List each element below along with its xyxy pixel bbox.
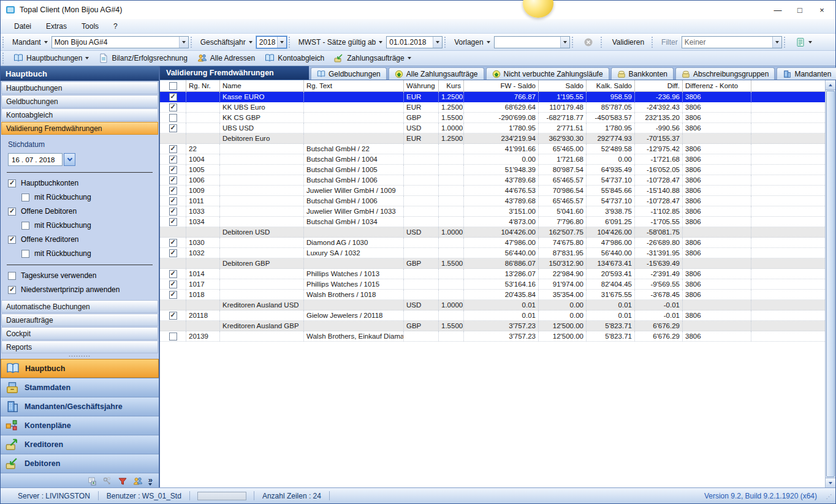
clear-vorlagen-button[interactable]: [578, 36, 599, 49]
table-row[interactable]: Debitoren USDUSD1.0000..104'426.00162'50…: [160, 227, 825, 238]
checkbox[interactable]: [8, 272, 16, 280]
table-row[interactable]: 1032Luxury SA / 103256'440.0087'831.9556…: [160, 248, 825, 258]
table-row[interactable]: 20139Walsh Brothers, Einkauf Diamant3'75…: [160, 331, 825, 342]
table-row[interactable]: 1004Butschal GmbH / 10040.001'721.680.00…: [160, 154, 825, 165]
sidebar-item-hauptbuchungen[interactable]: Hauptbuchungen: [1, 81, 158, 94]
menu-item-datei[interactable]: Datei: [7, 22, 39, 31]
tab-nicht-verbuchte-zahlungsläufe[interactable]: Nicht verbuchte Zahlungsläufe: [486, 67, 609, 80]
combo-dropdown-button[interactable]: [179, 37, 188, 48]
report-button[interactable]: [790, 36, 818, 49]
table-row[interactable]: KK UBS EuroEUR1.2500..68'629.64110'179.4…: [160, 102, 825, 113]
tab-geldbuchungen[interactable]: Geldbuchungen: [311, 67, 387, 80]
datepicker-dropdown-button[interactable]: [64, 153, 75, 166]
checkbox[interactable]: [21, 194, 29, 201]
column-header-kurs[interactable]: Kurs: [439, 80, 464, 91]
column-header-saldo[interactable]: Saldo: [539, 80, 587, 91]
nav-button-debitoren[interactable]: Debitoren: [1, 454, 159, 473]
nav-button-mandanten-geschäftsjahre[interactable]: Mandanten/Geschäftsjahre: [1, 397, 159, 416]
menu-item-tools[interactable]: Tools: [74, 22, 106, 31]
more-buttons-chevron[interactable]: »: [148, 478, 153, 486]
stichdatum-datepicker[interactable]: 16 . 07 . 2018: [8, 153, 75, 166]
vertical-scrollbar[interactable]: [825, 80, 835, 487]
validieren-button[interactable]: Validieren: [607, 36, 650, 49]
tab-mandanten[interactable]: Mandanten: [777, 67, 836, 80]
nav-button-hauptbuch[interactable]: Hauptbuch: [1, 359, 159, 378]
tab-validierung-fremdwaehrungen[interactable]: Validierung Fremdwährungen: [160, 66, 309, 80]
row-checkbox[interactable]: [169, 156, 177, 164]
row-checkbox[interactable]: [169, 114, 177, 122]
row-checkbox[interactable]: [169, 124, 177, 132]
sidebar-item-kontoabgleich[interactable]: Kontoabgleich: [1, 108, 158, 121]
filter-funnel-icon[interactable]: [118, 476, 127, 486]
checkbox[interactable]: [21, 222, 29, 230]
table-row[interactable]: UBS USDUSD1.0000..1'780.952'771.511'780.…: [160, 123, 825, 134]
column-header-rg-nr[interactable]: Rg. Nr.: [186, 80, 220, 91]
combo-dropdown-button[interactable]: [560, 37, 569, 48]
table-row[interactable]: 1034Butschal GmbH / 10344'873.007'796.80…: [160, 217, 825, 227]
maximize-button[interactable]: □: [789, 2, 811, 17]
row-checkbox[interactable]: [169, 166, 177, 174]
column-header-fw-saldo[interactable]: FW - Saldo: [464, 80, 539, 91]
row-checkbox[interactable]: [169, 176, 177, 184]
column-header-rg-text[interactable]: Rg. Text: [304, 80, 404, 91]
checkbox-row-tageskurse-verwenden[interactable]: Tageskurse verwenden: [8, 271, 159, 280]
row-checkbox[interactable]: [169, 280, 177, 288]
table-row[interactable]: 1018Walsh Brothers / 101820'435.8435'354…: [160, 290, 825, 300]
sidebar-item-automatische-buchungen[interactable]: Automatische Buchungen: [1, 300, 158, 313]
checkbox[interactable]: [8, 236, 16, 244]
column-header-name[interactable]: Name: [220, 80, 304, 91]
table-row[interactable]: Kreditoren Ausland USDUSD1.0000..0.010.0…: [160, 300, 825, 310]
checkbox-row-mit-rückbuchung[interactable]: mit Rückbuchung: [21, 193, 159, 201]
scroll-down-button[interactable]: [826, 478, 835, 487]
sidebar-item-cockpit[interactable]: Cockpit: [1, 327, 158, 340]
table-row[interactable]: 22Butschal GmbH / 2241'991.6665'465.0052…: [160, 144, 825, 154]
export-icon[interactable]: [87, 476, 97, 486]
row-checkbox[interactable]: [169, 333, 177, 340]
close-button[interactable]: ×: [811, 2, 833, 17]
row-checkbox[interactable]: [169, 239, 177, 247]
table-row[interactable]: Kreditoren Ausland GBPGBP1.5500..3'757.2…: [160, 321, 825, 331]
row-checkbox[interactable]: [169, 145, 177, 153]
row-checkbox[interactable]: [169, 249, 177, 257]
checkbox[interactable]: [8, 286, 16, 294]
table-row[interactable]: 1014Phillips Watches / 101313'286.0722'9…: [160, 269, 825, 279]
column-header-differenz-konto[interactable]: Differenz - Konto: [683, 80, 751, 91]
toolbar-button-hauptbuchungen[interactable]: Hauptbuchungen: [9, 51, 94, 66]
table-row[interactable]: KK CS GBPGBP1.5500..-290'699.08-682'718.…: [160, 113, 825, 123]
checkbox-row-offene-kreditoren[interactable]: Offene Kreditoren: [8, 235, 159, 244]
column-header-diff[interactable]: Diff.: [635, 80, 683, 91]
toolbar-button-zahlungsaufträge[interactable]: Zahlungsaufträge: [329, 51, 416, 66]
sidebar-item-validierung-fremdwaehrungen[interactable]: Validierung Fremdwährungen: [1, 122, 158, 135]
vorlagen-dropdown[interactable]: Vorlagen: [450, 38, 493, 47]
checkbox[interactable]: [21, 250, 29, 258]
checkbox[interactable]: [8, 179, 16, 187]
table-row[interactable]: Kasse EUROEUR1.2500..766.871'195.55958.5…: [160, 92, 825, 102]
column-header-kalk-saldo[interactable]: Kalk. Saldo: [587, 80, 635, 91]
sidebar-item-geldbuchungen[interactable]: Geldbuchungen: [1, 95, 158, 108]
minimize-button[interactable]: —: [767, 2, 789, 17]
table-row[interactable]: 1033Juwelier Willer GmbH / 10333'151.005…: [160, 206, 825, 217]
combo-dropdown-button[interactable]: [772, 37, 781, 48]
row-checkbox[interactable]: [169, 312, 177, 320]
tab-bankkonten[interactable]: Bankkonten: [611, 67, 674, 80]
column-header-währung[interactable]: Währung: [404, 80, 439, 91]
geschaeftsjahr-combobox[interactable]: 2018: [256, 36, 287, 48]
mandant-dropdown[interactable]: Mandant: [9, 38, 51, 47]
toolbar-button-kontoabgleich[interactable]: Kontoabgleich: [260, 51, 329, 66]
toolbar-button-bilanz-erfolgsrechnung[interactable]: Bilanz/Erfolgsrechnung: [94, 51, 192, 66]
table-row[interactable]: 1009Juwelier Willer GmbH / 100944'676.53…: [160, 186, 825, 196]
table-row[interactable]: 1011Butschal GmbH / 100643'789.6865'465.…: [160, 196, 825, 206]
table-row[interactable]: Debitoren EuroEUR1.2500..234'219.94362'9…: [160, 134, 825, 144]
sidebar-item-reports[interactable]: Reports: [1, 340, 158, 353]
table-row[interactable]: 1030Diamond AG / 103047'986.0074'675.804…: [160, 238, 825, 248]
nav-button-kontenpläne[interactable]: Kontenpläne: [1, 416, 159, 435]
row-checkbox[interactable]: [169, 197, 177, 205]
table-row[interactable]: 1017Phillips Watches / 101553'164.1691'9…: [160, 279, 825, 290]
vorlagen-combobox[interactable]: [494, 36, 570, 48]
checkbox-row-offene-debitoren[interactable]: Offene Debitoren: [8, 207, 159, 216]
filter-combobox[interactable]: Keiner: [682, 36, 782, 48]
checkbox-row-mit-rückbuchung[interactable]: mit Rückbuchung: [21, 221, 159, 230]
mwst-combobox[interactable]: 01.01.2018: [386, 36, 443, 48]
resize-grip[interactable]: ···: [823, 490, 834, 501]
table-row[interactable]: Debitoren GBPGBP1.5500..86'886.07150'312…: [160, 258, 825, 269]
